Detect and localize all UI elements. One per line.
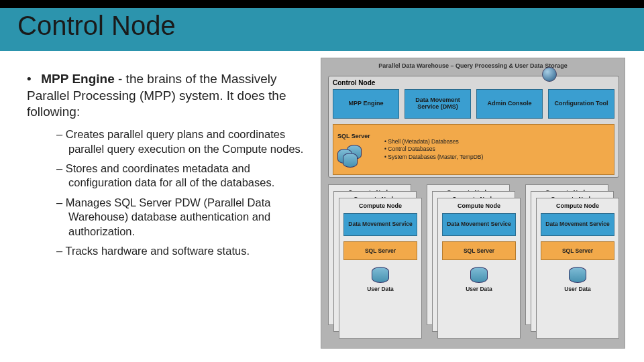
pdw-diagram: Parallel Data Warehouse – Query Processi… bbox=[321, 58, 625, 349]
control-node-row: MPP Engine Data Movement Service (DMS) A… bbox=[333, 89, 614, 119]
db-bullet: System Databases (Master, TempDB) bbox=[384, 154, 483, 161]
control-node-box: Control Node MPP Engine Data Movement Se… bbox=[328, 76, 619, 178]
control-sql-box: SQL Server Shell (Metadata) Databases Co… bbox=[333, 124, 614, 175]
user-data-label: User Data bbox=[564, 286, 591, 292]
compute-nodes-group: Compute Node Compute Node Compute Node D… bbox=[328, 184, 619, 343]
compute-dms-box: Data Movement Service bbox=[541, 213, 614, 236]
control-sql-label: SQL Server bbox=[337, 133, 378, 139]
sub-bullet: Creates parallel query plans and coordin… bbox=[56, 127, 310, 156]
compute-sql-box: SQL Server bbox=[343, 241, 417, 260]
database-icon bbox=[569, 267, 586, 283]
control-cell-admin: Admin Console bbox=[476, 89, 543, 119]
compute-node-card: Compute Node Data Movement Service SQL S… bbox=[536, 198, 619, 339]
compute-node-stack: Compute Node Compute Node Compute Node D… bbox=[525, 184, 619, 343]
database-icon bbox=[470, 267, 488, 283]
sub-bullet: Manages SQL Server PDW (Parallel Data Wa… bbox=[56, 196, 310, 239]
compute-heading: Compute Node bbox=[541, 202, 614, 209]
compute-dms-box: Data Movement Service bbox=[343, 213, 417, 236]
diagram-column: Parallel Data Warehouse – Query Processi… bbox=[315, 51, 644, 362]
database-icon bbox=[372, 267, 389, 283]
title-band: Control Node bbox=[0, 0, 644, 51]
main-bullet-bold: MPP Engine bbox=[41, 72, 114, 86]
control-db-list: Shell (Metadata) Databases Control Datab… bbox=[384, 138, 483, 161]
compute-node-stack: Compute Node Compute Node Compute Node D… bbox=[427, 184, 521, 343]
globe-icon bbox=[542, 67, 557, 82]
sub-bullet: Tracks hardware and software status. bbox=[56, 244, 310, 258]
sub-bullet-list: Creates parallel query plans and coordin… bbox=[27, 127, 310, 259]
compute-user-data: User Data bbox=[343, 267, 417, 292]
compute-node-card: Compute Node Data Movement Service SQL S… bbox=[437, 198, 521, 339]
compute-node-card: Compute Node Data Movement Service SQL S… bbox=[339, 198, 422, 339]
control-cell-dms: Data Movement Service (DMS) bbox=[405, 89, 471, 119]
text-column: • MPP Engine - the brains of the Massive… bbox=[0, 51, 315, 362]
database-icon bbox=[337, 142, 364, 166]
db-bullet: Shell (Metadata) Databases bbox=[384, 138, 483, 145]
db-bullet: Control Databases bbox=[384, 145, 483, 153]
control-cell-config: Configuration Tool bbox=[548, 89, 614, 119]
user-data-label: User Data bbox=[466, 286, 492, 292]
compute-node-stack: Compute Node Compute Node Compute Node D… bbox=[328, 184, 422, 343]
compute-heading: Compute Node bbox=[343, 202, 417, 209]
user-data-label: User Data bbox=[367, 286, 394, 292]
page-title: Control Node bbox=[17, 11, 176, 41]
sub-bullet: Stores and coordinates metadata and conf… bbox=[56, 162, 310, 190]
diagram-title: Parallel Data Warehouse – Query Processi… bbox=[321, 62, 625, 69]
content-area: • MPP Engine - the brains of the Massive… bbox=[0, 51, 644, 362]
compute-user-data: User Data bbox=[442, 267, 516, 292]
compute-sql-box: SQL Server bbox=[541, 241, 614, 260]
control-node-heading: Control Node bbox=[333, 79, 614, 86]
compute-heading: Compute Node bbox=[442, 202, 516, 209]
compute-dms-box: Data Movement Service bbox=[442, 213, 516, 236]
compute-sql-box: SQL Server bbox=[442, 241, 516, 260]
control-cell-mpp: MPP Engine bbox=[333, 89, 399, 119]
compute-user-data: User Data bbox=[541, 267, 614, 292]
main-bullet: • MPP Engine - the brains of the Massive… bbox=[27, 71, 310, 121]
